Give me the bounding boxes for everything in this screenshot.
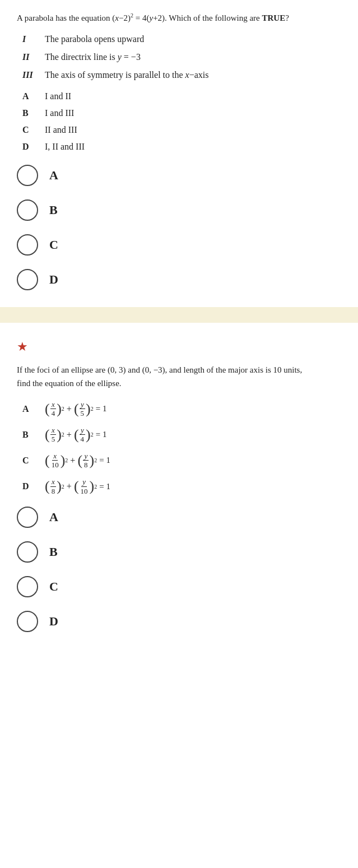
radio-2-C[interactable]: C (17, 576, 341, 597)
frac-den-4: 4 (80, 435, 86, 444)
exp-8: 2 (94, 484, 97, 490)
radio-label-1-D: D (49, 272, 58, 287)
radio-circle-2-A[interactable] (17, 507, 38, 528)
radio-1-D[interactable]: D (17, 269, 341, 290)
radio-label-2-B: B (49, 545, 58, 559)
radio-label-1-C: C (49, 238, 58, 252)
option-1-D-text: I, II and III (45, 140, 85, 154)
frac-num-5: x (52, 452, 58, 461)
statement-II: II The directrix line is y = −3 (22, 50, 341, 64)
paren-open-3: ( (45, 428, 50, 442)
option-1-C-text: II and III (45, 123, 77, 137)
radio-label-1-B: B (49, 203, 58, 217)
question-1-block: A parabola has the equation (x−2)2 = 4(y… (17, 11, 341, 290)
option-1-A-text: I and II (45, 90, 71, 103)
fraction-x-8: x 8 (50, 477, 57, 495)
frac-num-4: y (80, 426, 85, 435)
math-option-2-B-expr: ( x 5 ) 2 + ( y 4 ) 2 = 1 (45, 426, 109, 444)
math-option-2-C: C ( x 10 ) 2 + ( y 8 ) 2 = 1 (22, 452, 341, 470)
math-option-2-A-label: A (22, 404, 45, 414)
radio-1-B[interactable]: B (17, 199, 341, 221)
options-list-2: A ( x 4 ) 2 + ( y 5 ) 2 = 1 (22, 400, 341, 496)
statement-II-text: The directrix line is y = −3 (45, 50, 341, 64)
plus-2: + (67, 430, 72, 440)
paren-open-2: ( (74, 402, 79, 416)
option-1-C-label: C (22, 123, 45, 137)
radio-2-A[interactable]: A (17, 507, 341, 528)
radio-label-1-A: A (49, 168, 58, 183)
radio-circle-1-B[interactable] (17, 199, 38, 221)
paren-close-1: ) (57, 402, 62, 416)
frac-num-6: y (83, 452, 89, 461)
math-option-2-D-expr: ( x 8 ) 2 + ( y 10 ) 2 = 1 (45, 477, 113, 495)
equals-1: = 1 (96, 404, 107, 414)
option-1-B-label: B (22, 106, 45, 120)
radio-2-D[interactable]: D (17, 611, 341, 632)
radio-label-2-A: A (49, 510, 58, 524)
frac-den-8: 10 (80, 487, 89, 496)
math-option-2-A-expr: ( x 4 ) 2 + ( y 5 ) 2 = 1 (45, 400, 109, 418)
exp-5: 2 (65, 457, 68, 463)
radio-circle-1-D[interactable] (17, 269, 38, 290)
option-1-A-label: A (22, 90, 45, 103)
fraction-x-10: x 10 (50, 452, 60, 470)
frac-num-8: y (81, 477, 87, 487)
statement-III-text: The axis of symmetry is parallel to the … (45, 68, 341, 82)
math-option-2-C-expr: ( x 10 ) 2 + ( y 8 ) 2 = 1 (45, 452, 113, 470)
radio-circle-2-C[interactable] (17, 576, 38, 597)
fraction-y-10: y 10 (80, 477, 89, 495)
exp-2: 2 (62, 406, 64, 412)
fraction-y-4: y 4 (80, 426, 86, 444)
exp-3: 2 (62, 431, 64, 438)
section-divider (0, 307, 358, 323)
frac-den: 4 (50, 409, 57, 418)
paren-close-4: ) (86, 428, 91, 442)
statement-I-text: The parabola opens upward (45, 33, 341, 46)
equals-3: = 1 (99, 456, 110, 465)
radio-circle-1-A[interactable] (17, 165, 38, 186)
radio-circle-1-C[interactable] (17, 234, 38, 256)
radio-label-2-D: D (49, 614, 58, 629)
radio-circle-2-D[interactable] (17, 611, 38, 632)
frac-num-2: y (80, 400, 85, 410)
frac-den-3: 5 (50, 435, 57, 444)
math-option-2-A: A ( x 4 ) 2 + ( y 5 ) 2 = 1 (22, 400, 341, 418)
equals-2: = 1 (96, 430, 107, 439)
radio-label-2-C: C (49, 579, 58, 594)
question-2-block: ★ If the foci of an ellipse are (0, 3) a… (17, 340, 341, 633)
fraction-x-5: x 5 (50, 426, 57, 444)
math-option-2-B-label: B (22, 430, 45, 440)
radio-1-C[interactable]: C (17, 234, 341, 256)
paren-close-5: ) (61, 453, 66, 468)
option-1-B-text: I and III (45, 106, 74, 120)
frac-den-6: 8 (83, 461, 89, 470)
frac-den-5: 10 (50, 461, 60, 470)
radio-group-1: A B C D (17, 165, 341, 290)
question-2-text: If the foci of an ellipse are (0, 3) and… (17, 363, 341, 390)
statement-III: III The axis of symmetry is parallel to … (22, 68, 341, 82)
paren-open-4: ( (74, 428, 79, 442)
radio-2-B[interactable]: B (17, 541, 341, 563)
paren-close-6: ) (90, 453, 95, 468)
paren-close-2: ) (86, 402, 91, 416)
statement-list: I The parabola opens upward II The direc… (22, 33, 341, 82)
equals-4: = 1 (99, 482, 110, 491)
radio-group-2: A B C D (17, 507, 341, 632)
paren-open-1: ( (45, 402, 50, 416)
radio-circle-2-B[interactable] (17, 541, 38, 563)
math-option-2-D: D ( x 8 ) 2 + ( y 10 ) 2 = 1 (22, 477, 341, 495)
question-2-text-line1: If the foci of an ellipse are (0, 3) and… (17, 365, 302, 374)
options-list-1: A I and II B I and III C II and III D I,… (22, 90, 341, 154)
math-option-2-C-label: C (22, 456, 45, 466)
option-1-A: A I and II (22, 90, 341, 103)
fraction-y-8: y 8 (83, 452, 89, 470)
fraction-y-5: y 5 (80, 400, 86, 418)
paren-close-7: ) (57, 479, 62, 494)
statement-II-label: II (22, 50, 45, 64)
radio-1-A[interactable]: A (17, 165, 341, 186)
exp-4: 2 (91, 431, 94, 438)
frac-den-2: 5 (80, 409, 86, 418)
paren-open-5: ( (45, 453, 50, 468)
math-option-2-D-label: D (22, 481, 45, 491)
frac-den-7: 8 (50, 487, 57, 496)
